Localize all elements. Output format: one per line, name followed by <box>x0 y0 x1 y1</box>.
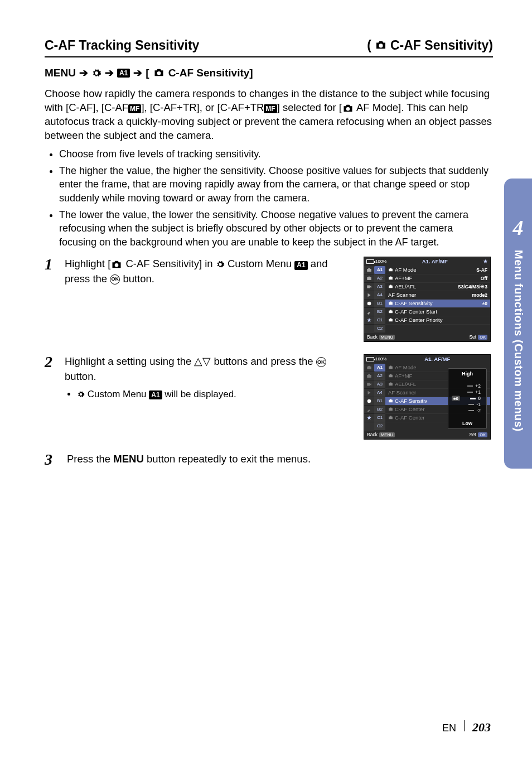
cam-tab[interactable]: A3 <box>374 283 385 291</box>
camera-menu-screenshot-2: 100% A1. AF/MF <box>364 354 491 440</box>
arrow-icon: ➔ <box>133 66 142 79</box>
star-icon <box>364 316 374 325</box>
cam-tab[interactable]: C2 <box>374 422 385 431</box>
cam-tab[interactable]: A1 <box>374 364 385 372</box>
opt-label: -2 <box>476 408 481 413</box>
menu-word: MENU <box>113 453 143 465</box>
cam-tab[interactable]: B2 <box>374 308 385 316</box>
step-text: Custom Menu <box>225 258 294 269</box>
svg-point-1 <box>367 399 371 403</box>
step-text: buttons and press the <box>211 355 316 367</box>
cam-tab[interactable]: A1 <box>374 266 385 274</box>
popup-option[interactable]: +2 <box>467 383 481 389</box>
popup-option[interactable]: -1 <box>468 402 481 408</box>
triangle-down-icon: ▽ <box>202 354 211 369</box>
popup-option[interactable]: +1 <box>467 389 481 396</box>
chapter-side-tab: 4 Menu functions (Custom menus) <box>504 179 532 469</box>
back-label[interactable]: Back <box>367 334 378 340</box>
cam-menu-title: A1. AF/MF <box>386 356 488 362</box>
arrow-icon: ➔ <box>105 66 114 79</box>
cam-tab-column: A1 A2 A3 A4 B1 B2 C1 C2 <box>374 266 385 333</box>
page-footer: EN 203 <box>442 720 491 735</box>
list-item: Choose from five levels of tracking sens… <box>59 147 493 161</box>
cam-tab[interactable]: A2 <box>374 274 385 283</box>
cam-menu-row-highlighted[interactable]: C-AF Sensitivity±0 <box>385 300 490 308</box>
step-body: Highlight a setting using the △▽ buttons… <box>65 354 358 401</box>
cam-tab[interactable]: A2 <box>374 372 385 380</box>
cam-tab[interactable]: B1 <box>374 300 385 308</box>
cam-menu-row[interactable]: AEL/AFLS3/C4/M3/✳3 <box>385 283 490 291</box>
row-label: AF Mode <box>395 267 417 273</box>
cam-menu-row[interactable]: C-AF Center Priority <box>385 316 490 325</box>
row-label: C-AF Center Priority <box>395 317 443 323</box>
cam-menu-row[interactable]: C-AF Center Start <box>385 308 490 316</box>
cam-tab[interactable]: A4 <box>374 389 385 397</box>
popup-option[interactable]: -2 <box>468 408 481 414</box>
chapter-label: Menu functions (Custom menus) <box>512 250 525 432</box>
section-title-row: C-AF Tracking Sensitivity ( C-AF Sensiti… <box>45 38 493 57</box>
mf-badge: MF <box>264 104 277 113</box>
row-value: ±0 <box>482 301 487 306</box>
cam-tab[interactable]: C2 <box>374 325 385 333</box>
cam-menu-row[interactable]: AF Scannermode2 <box>385 291 490 300</box>
opt-label: 0 <box>478 396 481 401</box>
popup-selected-badge: ±0 <box>452 396 460 401</box>
video-icon <box>364 283 374 291</box>
gear-icon <box>216 260 225 269</box>
mf-badge: MF <box>128 104 141 113</box>
svg-point-0 <box>367 302 371 306</box>
sensitivity-popup: High ±0 +2 +1 0 -1 -2 Low <box>448 368 487 429</box>
list-item: The higher the value, the higher the sen… <box>59 164 493 205</box>
step-number: 3 <box>45 452 59 467</box>
camera-menu-screenshot-1: 100% A1. AF/MF ★ <box>364 257 491 342</box>
section-title-right: ( C-AF Sensitivity) <box>367 38 493 53</box>
camera2-icon <box>364 274 374 283</box>
step-text: button. <box>65 370 96 382</box>
popup-option-selected[interactable]: 0 <box>470 396 481 402</box>
step-number: 2 <box>45 354 59 370</box>
star-icon: ★ <box>483 258 488 264</box>
paren-open: ( <box>367 38 371 53</box>
cam-tab[interactable]: A4 <box>374 291 385 300</box>
ok-button-icon: OK <box>316 357 326 367</box>
cam-menu-row[interactable]: AF ModeS-AF <box>385 266 490 274</box>
star-icon <box>364 414 374 422</box>
step-2: 2 Highlight a setting using the △▽ butto… <box>45 354 493 440</box>
battery-percent: 100% <box>375 259 386 264</box>
tab-a1-badge: A1 <box>149 390 162 399</box>
row-value: S3/C4/M3/✳3 <box>458 284 487 290</box>
gear-icon <box>91 68 101 78</box>
cam-tab[interactable]: B2 <box>374 406 385 414</box>
step-number: 1 <box>45 257 59 272</box>
set-label[interactable]: Set <box>469 432 476 437</box>
cam-tab-column: A1 A2 A3 A4 B1 B2 C1 C2 <box>374 364 385 431</box>
popup-high-label: High <box>451 371 484 377</box>
cam-tab[interactable]: A3 <box>374 380 385 389</box>
row-label: AF+MF <box>395 275 412 281</box>
arrow-icon: ➔ <box>79 66 88 79</box>
cam-menu-row[interactable]: AF+MFOff <box>385 274 490 283</box>
intro-text: ], [C-AF+TR], or [C-AF+TR <box>141 102 264 113</box>
cam-tab[interactable]: C1 <box>374 414 385 422</box>
row-label: AEL/AFL <box>395 381 416 387</box>
back-label[interactable]: Back <box>367 432 378 437</box>
opt-label: -1 <box>476 402 481 407</box>
camera-icon <box>342 104 354 113</box>
row-value: S-AF <box>476 267 487 273</box>
row-label: AF+MF <box>395 373 412 379</box>
row-label: C-AF Sensitiv <box>395 398 427 404</box>
gear-icon <box>77 390 85 398</box>
wrench-icon <box>364 308 374 316</box>
set-label[interactable]: Set <box>469 334 476 340</box>
menu-word: MENU <box>45 67 76 79</box>
cam-tab[interactable]: C1 <box>374 316 385 325</box>
cam-tab[interactable]: B1 <box>374 397 385 406</box>
popup-low-label: Low <box>451 421 484 426</box>
intro-text: ] selected for [ <box>277 102 342 113</box>
video-icon <box>364 380 374 389</box>
camera2-icon <box>364 372 374 380</box>
battery-icon <box>366 357 374 361</box>
page-number: 203 <box>472 720 491 735</box>
cam-menu-footer: BackMENU SetOK <box>364 431 490 439</box>
sub-text: Custom Menu <box>85 389 149 399</box>
